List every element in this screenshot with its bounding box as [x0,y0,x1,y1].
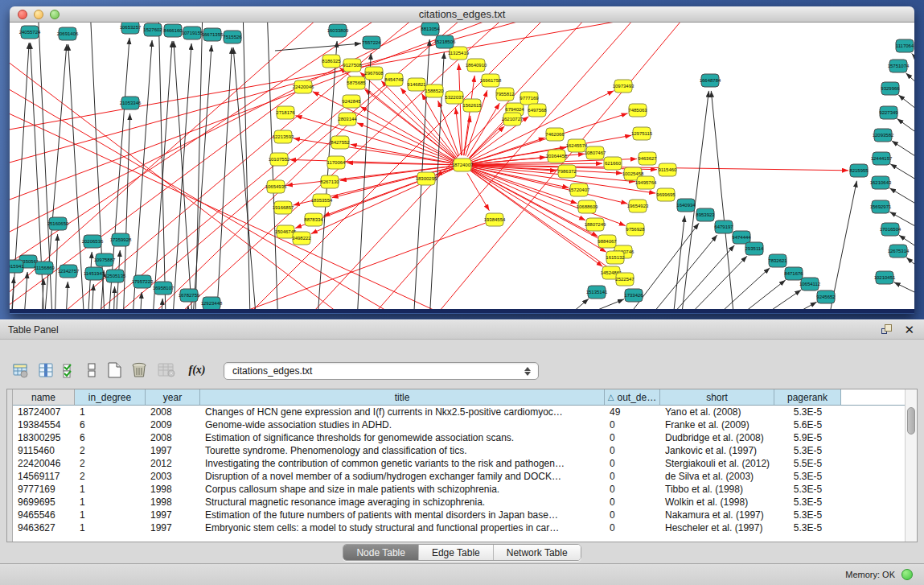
graph-node[interactable]: 12923448 [201,297,223,309]
row-selection-icon[interactable] [58,363,81,378]
graph-node[interactable]: 10210451 [874,271,896,284]
graph-node[interactable]: 9127508 [343,59,362,72]
close-button[interactable] [18,10,27,19]
graph-node[interactable]: 12675314 [888,245,910,257]
graph-node[interactable]: 3498222 [292,232,311,245]
graph-node[interactable]: 9463627 [638,152,657,165]
graph-node[interactable]: 2718176 [276,106,295,119]
graph-node[interactable]: 8215955 [849,164,869,177]
graph-node[interactable]: 12213593 [273,130,294,143]
table-row[interactable]: 1872400712008Changes of HCN gene express… [13,406,841,418]
graph-node[interactable]: 18807249 [585,218,606,231]
graph-node[interactable]: 10975887 [94,253,116,266]
graph-node[interactable]: 15751074 [888,60,910,72]
graph-node[interactable]: 1733426 [624,289,643,302]
graph-node[interactable]: 12342757 [58,265,80,278]
graph-node[interactable]: 18353554 [311,194,333,207]
graph-node[interactable]: 9115460 [659,163,678,176]
graph-node[interactable]: 16648784 [700,74,721,87]
column-visibility-icon[interactable] [34,363,58,378]
graph-node[interactable]: 6497568 [528,104,547,117]
graph-node[interactable]: 8267130 [320,175,339,188]
table-row[interactable]: 977716911998Corpus callosum shape and si… [13,483,841,496]
graph-node[interactable]: 2522547 [615,273,634,286]
graph-node[interactable]: 8813054 [421,23,440,35]
graph-node[interactable]: 8878334 [304,213,323,226]
graph-node[interactable]: 18640910 [466,59,487,72]
graph-node[interactable]: 9242845 [342,95,361,108]
graph-node[interactable]: 2935114 [745,242,765,255]
graph-node[interactable]: 9699695 [656,188,676,201]
graph-node[interactable]: 15692971 [870,200,892,213]
graph-node[interactable]: 16210643 [870,176,892,189]
graph-node[interactable]: 6479197 [714,220,733,233]
graph-node[interactable]: 10654935 [265,180,287,193]
table-row[interactable]: 2242004622012Investigating the contribut… [13,457,841,470]
graph-node[interactable]: 20364456 [546,150,568,163]
minimize-button[interactable] [34,10,43,19]
graph-node[interactable]: 8454749 [384,73,404,86]
graph-node[interactable]: 15218506 [434,35,456,48]
table-row[interactable]: 946554611997Estimation of the future num… [13,509,841,521]
graph-node[interactable]: 7832621 [768,254,787,267]
graph-node[interactable]: 9245652 [816,290,836,303]
column-header-year[interactable]: year [146,389,200,406]
graph-node[interactable]: 9756928 [626,223,645,236]
graph-node[interactable]: 3915941 [10,260,24,273]
graph-node[interactable]: 10807467 [585,146,606,159]
graph-node[interactable]: 18300295 [416,172,437,185]
graph-node[interactable]: 19384554 [484,213,506,226]
graph-node[interactable]: 621660 [604,157,622,170]
graph-node[interactable]: 8427552 [331,136,350,149]
delete-column-icon[interactable] [126,362,152,378]
graph-node[interactable]: 7955812 [495,88,515,101]
vertical-scrollbar[interactable] [905,389,917,542]
graph-node[interactable]: 25160650 [47,217,69,230]
graph-node[interactable]: 22420046 [293,80,314,93]
graph-node[interactable]: 1170064 [327,156,347,169]
graph-node[interactable]: 12093582 [873,129,894,142]
column-header-name[interactable]: name [13,389,75,406]
graph-node[interactable]: 1527602 [143,23,162,36]
table-row[interactable]: 911546021997Tourette syndrome. Phenomeno… [13,444,841,457]
zoom-button[interactable] [50,10,60,19]
table-settings-icon[interactable] [6,363,34,378]
graph-node[interactable]: 8466160 [163,24,183,37]
graph-node[interactable]: 9146821 [407,78,426,91]
graph-node[interactable]: 1562615 [462,99,482,112]
graph-node[interactable]: 18724007 [452,159,474,171]
graph-node[interactable]: 1588520 [425,84,444,97]
graph-node[interactable]: 9884067 [598,235,617,248]
graph-node[interactable]: 5875685 [347,76,366,89]
graph-node[interactable]: 8953923 [696,208,715,221]
graph-node[interactable]: 12975115 [631,127,653,140]
graph-node[interactable]: 8186325 [322,55,341,68]
network-window-titlebar[interactable]: citations_edges.txt [10,6,914,23]
graph-node[interactable]: 10719155 [182,27,203,39]
graph-node[interactable]: 10653257 [120,23,142,34]
graph-node[interactable]: 15720407 [569,183,590,196]
scrollbar-thumb[interactable] [907,407,915,435]
graph-node[interactable]: 10654112 [799,278,821,290]
graph-node[interactable]: 15135141 [586,286,608,299]
graph-node[interactable]: 11156869 [34,262,55,274]
close-icon[interactable]: ✕ [904,324,914,336]
column-header-in_degree[interactable]: in_degree [75,389,146,406]
delete-table-icon[interactable] [152,363,181,377]
graph-node[interactable]: 11451947 [84,267,105,280]
graph-node[interactable]: 8471676 [784,267,803,280]
graph-node[interactable]: 9227349 [879,106,898,119]
graph-node[interactable]: 2967608 [364,67,384,80]
graph-node[interactable]: 2803144 [338,113,357,126]
tab-network-table[interactable]: Network Table [494,545,581,560]
table-source-select[interactable]: citations_edges.txt [224,362,539,380]
graph-node[interactable]: 12505135 [105,270,126,282]
graph-node[interactable]: 16782759 [179,289,200,302]
graph-node[interactable]: 9329966 [881,82,900,95]
table-row[interactable]: 1830029562008Estimation of significance … [13,431,841,444]
table-row[interactable]: 969969511998Structural magnetic resonanc… [13,496,841,509]
graph-node[interactable]: 1615132 [606,251,625,264]
graph-node[interactable]: 20206536 [82,235,104,248]
graph-node[interactable]: 17957223 [132,275,154,288]
graph-node[interactable]: 24055724 [19,26,41,39]
